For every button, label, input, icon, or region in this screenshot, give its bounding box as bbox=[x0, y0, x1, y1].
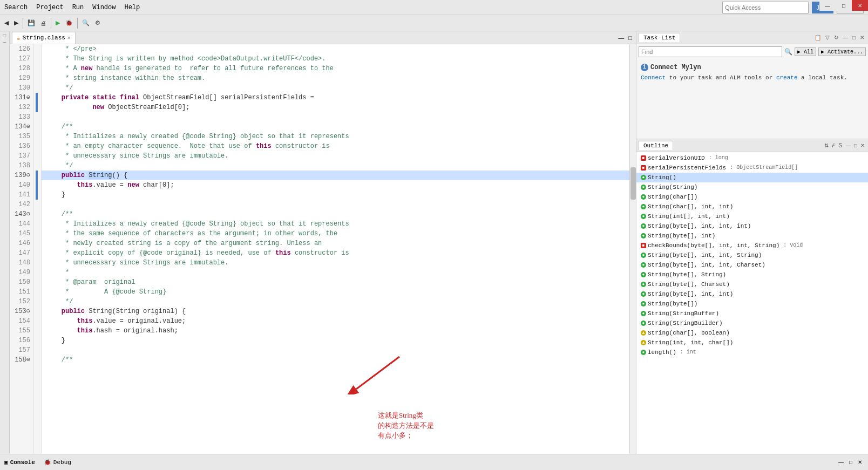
code-line[interactable]: /** bbox=[42, 355, 629, 365]
outline-item[interactable]: ■checkBounds(byte[], int, int, String): … bbox=[636, 241, 868, 250]
collapse-left[interactable]: □ bbox=[3, 33, 6, 39]
find-search-icon[interactable]: 🔍 bbox=[784, 48, 792, 56]
menu-window[interactable]: Window bbox=[92, 4, 116, 11]
code-line[interactable]: */ bbox=[42, 297, 629, 306]
code-line[interactable]: * newly created string is a copy of the … bbox=[42, 239, 629, 248]
outline-item[interactable]: ●String(char[], int, int) bbox=[636, 202, 868, 212]
maximize-button[interactable]: □ bbox=[836, 0, 852, 11]
code-line[interactable]: * an empty character sequence. Note that… bbox=[42, 141, 629, 151]
outline-item[interactable]: ●String(byte[], int, int) bbox=[636, 289, 868, 299]
code-line[interactable]: * the same sequence of characters as the… bbox=[42, 229, 629, 239]
code-line[interactable]: * unnecessary since Strings are immutabl… bbox=[42, 258, 629, 268]
task-close[interactable]: ✕ bbox=[858, 34, 866, 41]
outline-item[interactable]: ●String(byte[], int) bbox=[636, 231, 868, 241]
toolbar-forward[interactable]: ▶ bbox=[12, 18, 21, 28]
code-line[interactable]: this.value = new char[0]; bbox=[42, 180, 629, 190]
outline-item[interactable]: ▲String(char[], boolean) bbox=[636, 328, 868, 338]
outline-close[interactable]: ✕ bbox=[859, 142, 866, 149]
close-button[interactable]: ✕ bbox=[852, 0, 868, 11]
bottom-tab-debug[interactable]: 🐞 Debug bbox=[44, 459, 71, 466]
line-number[interactable]: 139⊖ bbox=[10, 171, 33, 180]
code-line[interactable]: /** bbox=[42, 122, 629, 132]
outline-item[interactable]: ●length(): int bbox=[636, 348, 868, 357]
quick-access-input[interactable] bbox=[722, 2, 809, 13]
menu-project[interactable]: Project bbox=[36, 4, 63, 11]
line-number[interactable]: 134⊖ bbox=[10, 122, 33, 132]
code-line[interactable]: * string instance within the stream. bbox=[42, 73, 629, 83]
code-line[interactable]: */ bbox=[42, 161, 629, 171]
code-line[interactable]: */ bbox=[42, 83, 629, 93]
filter-activate-button[interactable]: ▶ Activate... bbox=[818, 47, 866, 56]
code-line[interactable]: * The String is written by method <code>… bbox=[42, 54, 629, 64]
outline-item[interactable]: ●String(byte[], int, int, Charset) bbox=[636, 260, 868, 270]
code-line[interactable]: * explicit copy of {@code original} is n… bbox=[42, 248, 629, 258]
outline-hide-fields[interactable]: 𝐹 bbox=[831, 142, 836, 149]
code-line[interactable]: /** bbox=[42, 209, 629, 219]
code-line[interactable]: } bbox=[42, 190, 629, 200]
task-new-button[interactable]: 📋 bbox=[813, 34, 823, 41]
outline-item[interactable]: ■serialPersistentFields: ObjectStreamFie… bbox=[636, 163, 868, 173]
code-line[interactable]: public String() { bbox=[42, 171, 629, 180]
code-line[interactable]: this.value = original.value; bbox=[42, 316, 629, 326]
outline-hide-static[interactable]: S bbox=[837, 142, 843, 149]
menu-help[interactable]: Help bbox=[124, 4, 140, 11]
menu-run[interactable]: Run bbox=[72, 4, 84, 11]
outline-sort-button[interactable]: ⇅ bbox=[823, 142, 830, 149]
editor-tab-string-class[interactable]: ☕ String.class ✕ bbox=[12, 32, 76, 44]
connect-link[interactable]: Connect bbox=[641, 74, 666, 81]
task-filter-button[interactable]: ▽ bbox=[824, 34, 831, 41]
create-task-link[interactable]: create bbox=[776, 74, 798, 81]
line-number[interactable]: 131⊖ bbox=[10, 93, 33, 103]
outline-item[interactable]: ●String(byte[], String) bbox=[636, 270, 868, 280]
outline-item[interactable]: ●String(char[]) bbox=[636, 192, 868, 202]
minimize-editor[interactable]: — bbox=[616, 34, 626, 42]
code-line[interactable]: * unnecessary since Strings are immutabl… bbox=[42, 151, 629, 161]
task-find-input[interactable] bbox=[639, 46, 782, 57]
line-number[interactable]: 143⊖ bbox=[10, 209, 33, 219]
code-line[interactable]: * Initializes a newly created {@code Str… bbox=[42, 132, 629, 141]
toolbar-search[interactable]: 🔍 bbox=[80, 18, 92, 28]
outline-item[interactable]: ▲String(int, int, char[]) bbox=[636, 338, 868, 348]
code-line[interactable] bbox=[42, 112, 629, 122]
outline-item[interactable]: ●String(StringBuilder) bbox=[636, 318, 868, 328]
code-line[interactable]: * @param original bbox=[42, 277, 629, 287]
filter-all-button[interactable]: ▶ All bbox=[795, 47, 816, 56]
outline-minimize[interactable]: — bbox=[844, 142, 852, 149]
line-number[interactable]: 158⊖ bbox=[10, 355, 33, 365]
outline-item[interactable]: ■serialVersionUID: long bbox=[636, 153, 868, 163]
menu-search[interactable]: Search bbox=[4, 4, 28, 11]
bottom-minimize[interactable]: — bbox=[837, 459, 845, 466]
task-maximize[interactable]: □ bbox=[851, 34, 857, 41]
outline-item[interactable]: ●String() bbox=[636, 173, 868, 182]
code-content[interactable]: * </pre> * The String is written by meth… bbox=[42, 44, 629, 454]
code-line[interactable]: public String(String original) { bbox=[42, 306, 629, 316]
task-sync-button[interactable]: ↻ bbox=[832, 34, 840, 41]
outline-item[interactable]: ●String(byte[]) bbox=[636, 299, 868, 309]
code-line[interactable]: } bbox=[42, 336, 629, 345]
outline-tree[interactable]: ■serialVersionUID: long■serialPersistent… bbox=[636, 152, 868, 454]
line-number[interactable]: 153⊖ bbox=[10, 306, 33, 316]
outline-item[interactable]: ●String(String) bbox=[636, 182, 868, 192]
bottom-tab-console[interactable]: ▣ Console bbox=[4, 459, 35, 466]
toolbar-refactor[interactable]: ⚙ bbox=[93, 18, 103, 28]
outline-maximize[interactable]: □ bbox=[853, 142, 858, 149]
minimize-button[interactable]: — bbox=[819, 0, 836, 11]
scrollbar-thumb[interactable] bbox=[630, 167, 636, 200]
vertical-scrollbar[interactable] bbox=[629, 44, 636, 454]
toolbar-save[interactable]: 💾 bbox=[25, 18, 37, 28]
outline-item[interactable]: ●String(StringBuffer) bbox=[636, 309, 868, 318]
code-line[interactable]: new ObjectStreamField[0]; bbox=[42, 103, 629, 112]
task-minimize[interactable]: — bbox=[841, 34, 850, 41]
code-line[interactable]: * A {@code String} bbox=[42, 287, 629, 297]
bottom-close[interactable]: ✕ bbox=[856, 459, 864, 466]
outline-item[interactable]: ●String(byte[], Charset) bbox=[636, 280, 868, 289]
code-line[interactable] bbox=[42, 200, 629, 209]
toolbar-run[interactable]: ▶ bbox=[53, 18, 62, 28]
toolbar-debug[interactable]: 🐞 bbox=[63, 18, 75, 28]
code-line[interactable]: * Initializes a newly created {@code Str… bbox=[42, 219, 629, 229]
tab-close-icon[interactable]: ✕ bbox=[67, 35, 71, 41]
outline-item[interactable]: ●String(byte[], int, int, int) bbox=[636, 221, 868, 231]
code-line[interactable]: * </pre> bbox=[42, 44, 629, 54]
code-line[interactable]: * A new handle is generated to refer to … bbox=[42, 64, 629, 73]
tab-task-list[interactable]: Task List bbox=[639, 33, 680, 42]
